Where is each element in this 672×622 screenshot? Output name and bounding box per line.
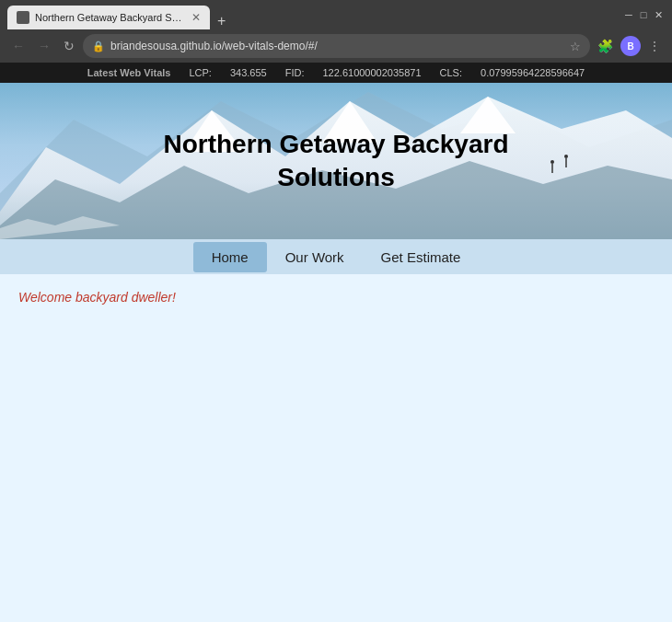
cls-value: 0.07995964228596647 [481,67,585,78]
website-content: Northern Getaway Backyard Solutions Home… [0,83,672,622]
nav-our-work[interactable]: Our Work [267,242,363,272]
active-tab[interactable]: Northern Getaway Backyard Sol... ✕ [7,6,210,29]
lcp-label: LCP: [189,67,211,78]
cls-label: CLS: [440,67,462,78]
fid-value: 122.61000002035871 [322,67,421,78]
address-bar[interactable]: 🔒 briandesousa.github.io/web-vitals-demo… [83,34,590,58]
nav-get-estimate[interactable]: Get Estimate [363,242,480,272]
fid-label: FID: [285,67,305,78]
web-vitals-bar: Latest Web Vitals LCP: 343.655 FID: 122.… [0,63,672,83]
minimize-button[interactable]: ─ [622,8,635,21]
tab-area: Northern Getaway Backyard Sol... ✕ + [7,0,611,29]
hero-banner: Northern Getaway Backyard Solutions [0,83,672,239]
back-button[interactable]: ← [7,37,29,55]
svg-point-8 [550,160,554,164]
reload-button[interactable]: ↻ [59,37,79,55]
menu-button[interactable]: ⋮ [644,37,665,55]
maximize-button[interactable]: □ [637,8,650,21]
lock-icon: 🔒 [92,40,105,52]
new-tab-button[interactable]: + [214,13,229,29]
nav-actions: 🧩 B ⋮ [594,36,665,56]
close-button[interactable]: ✕ [652,8,665,21]
vitals-label: Latest Web Vitals [87,67,171,78]
nav-home[interactable]: Home [193,242,267,272]
extensions-icon[interactable]: 🧩 [594,37,617,55]
url-display: briandesousa.github.io/web-vitals-demo/#… [110,40,564,52]
bookmark-icon[interactable]: ☆ [570,40,581,53]
hero-title: Northern Getaway Backyard Solutions [163,128,508,195]
window-controls: ─ □ ✕ [622,8,665,21]
svg-point-10 [564,155,568,158]
hero-title-line1: Northern Getaway Backyard [163,130,508,158]
hero-title-line2: Solutions [277,163,395,191]
profile-initials: B [627,41,633,52]
browser-nav-bar: ← → ↻ 🔒 briandesousa.github.io/web-vital… [0,29,672,63]
lcp-value: 343.655 [230,67,267,78]
profile-button[interactable]: B [620,36,641,56]
tab-favicon [17,11,29,24]
tab-close-button[interactable]: ✕ [191,11,201,24]
tab-title: Northern Getaway Backyard Sol... [35,12,186,23]
site-nav: Home Our Work Get Estimate [0,239,672,274]
welcome-text: Welcome backyard dweller! [18,290,176,305]
page-body: Welcome backyard dweller! [0,274,672,622]
forward-button[interactable]: → [33,37,55,55]
title-bar: Northern Getaway Backyard Sol... ✕ + ─ □… [0,0,672,29]
